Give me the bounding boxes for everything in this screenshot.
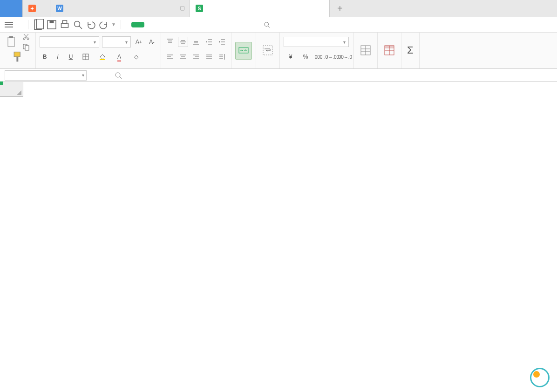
- fill-color-icon[interactable]: [95, 52, 109, 62]
- font-color-icon[interactable]: A: [112, 52, 126, 62]
- align-left-icon[interactable]: [165, 52, 175, 62]
- new-tab-button[interactable]: +: [330, 0, 350, 17]
- save-icon[interactable]: [46, 19, 57, 30]
- select-all-corner[interactable]: [0, 82, 23, 97]
- decrease-indent-icon[interactable]: [204, 37, 214, 47]
- svg-rect-10: [8, 37, 14, 47]
- increase-font-icon[interactable]: A+: [134, 37, 144, 47]
- watermark-logo-icon: [530, 368, 550, 387]
- comma-icon[interactable]: 000: [313, 52, 324, 62]
- svg-line-9: [268, 26, 270, 27]
- paste-button[interactable]: [4, 34, 20, 50]
- align-center-icon[interactable]: [178, 52, 188, 62]
- cond-format-group: [354, 33, 378, 68]
- tab-doc[interactable]: W ▢: [50, 0, 190, 17]
- svg-rect-56: [263, 46, 272, 55]
- menu-search[interactable]: [264, 21, 273, 28]
- svg-point-65: [115, 73, 120, 77]
- svg-rect-1: [37, 19, 44, 29]
- svg-rect-4: [61, 23, 68, 27]
- new-doc-icon[interactable]: [33, 19, 44, 30]
- restore-icon[interactable]: ▢: [180, 5, 185, 11]
- increase-decimal-icon[interactable]: .0→.00: [326, 52, 337, 62]
- sum-button[interactable]: Σ: [405, 42, 415, 59]
- table-style-button[interactable]: [381, 42, 397, 59]
- menu-formula[interactable]: [173, 22, 186, 27]
- svg-rect-11: [9, 36, 13, 38]
- app-tab-bar: ✦ W ▢ S +: [0, 0, 557, 17]
- sum-group: Σ: [401, 33, 420, 68]
- decrease-font-icon[interactable]: A-: [147, 37, 157, 47]
- name-box[interactable]: ▾: [5, 70, 87, 81]
- align-group: [161, 33, 231, 68]
- number-format-select[interactable]: ▾: [284, 37, 349, 47]
- fx-search-icon[interactable]: [115, 72, 122, 79]
- font-select[interactable]: ▾: [40, 36, 99, 47]
- font-size-select[interactable]: ▾: [102, 36, 131, 47]
- font-group: ▾ ▾ A+ A- B I U A ◇: [36, 33, 161, 68]
- print-icon[interactable]: [59, 19, 70, 30]
- number-group: ▾ ¥ % 000 .0→.00 .00→.0: [280, 33, 354, 68]
- svg-rect-18: [14, 52, 20, 57]
- align-right-icon[interactable]: [191, 52, 201, 62]
- chevron-down-icon: ▾: [82, 73, 84, 78]
- merge-center-button[interactable]: [235, 42, 252, 60]
- svg-line-7: [79, 26, 82, 29]
- wrap-text-button[interactable]: [260, 42, 276, 59]
- watermark: [530, 368, 552, 387]
- svg-line-66: [120, 77, 122, 79]
- cond-format-button[interactable]: [358, 42, 374, 59]
- wrap-group: [256, 33, 280, 68]
- redo-icon[interactable]: [98, 19, 109, 30]
- table-style-group: [378, 33, 401, 68]
- border-icon[interactable]: [79, 52, 93, 62]
- ribbon-toolbar: ▾ ▾ A+ A- B I U A ◇: [0, 33, 557, 69]
- currency-icon[interactable]: ¥: [284, 52, 298, 62]
- menu-data[interactable]: [187, 22, 200, 27]
- tab-home[interactable]: [0, 0, 23, 17]
- italic-icon[interactable]: I: [53, 52, 63, 62]
- menu-layout[interactable]: [159, 22, 172, 27]
- merge-group: [231, 33, 256, 68]
- menu-start[interactable]: [131, 22, 144, 27]
- word-icon: W: [56, 5, 63, 12]
- svg-rect-3: [50, 20, 54, 23]
- cut-button[interactable]: [22, 33, 32, 41]
- tab-template[interactable]: ✦: [23, 0, 50, 17]
- menu-dev[interactable]: [229, 22, 242, 27]
- svg-point-6: [75, 21, 80, 27]
- clear-format-icon[interactable]: ◇: [129, 52, 143, 62]
- increase-indent-icon[interactable]: [217, 37, 227, 47]
- format-painter-button[interactable]: [12, 51, 24, 63]
- undo-icon[interactable]: [85, 19, 96, 30]
- bold-icon[interactable]: B: [40, 52, 50, 62]
- svg-point-8: [265, 22, 269, 26]
- hamburger-icon[interactable]: [5, 22, 13, 27]
- align-top-icon[interactable]: [165, 37, 175, 47]
- tab-workbook[interactable]: S: [190, 0, 330, 17]
- formula-bar: ▾: [0, 69, 557, 82]
- menu-review[interactable]: [201, 22, 214, 27]
- svg-rect-5: [63, 20, 67, 23]
- preview-icon[interactable]: [72, 19, 83, 30]
- menu-insert[interactable]: [145, 22, 158, 27]
- svg-rect-23: [100, 59, 105, 60]
- svg-rect-19: [16, 57, 18, 61]
- justify-icon[interactable]: [204, 52, 214, 62]
- menu-view[interactable]: [215, 22, 228, 27]
- underline-icon[interactable]: U: [66, 52, 76, 62]
- align-bottom-icon[interactable]: [191, 37, 201, 47]
- orientation-icon[interactable]: [217, 52, 227, 62]
- align-middle-icon[interactable]: [178, 37, 188, 47]
- menu-special[interactable]: [243, 22, 256, 27]
- template-icon: ✦: [28, 5, 36, 12]
- clipboard-group: [0, 33, 36, 68]
- percent-icon[interactable]: %: [300, 52, 311, 62]
- decrease-decimal-icon[interactable]: .00→.0: [340, 52, 350, 62]
- search-icon: [264, 21, 270, 28]
- sheet-icon: S: [196, 5, 203, 12]
- menu-bar: ▼: [0, 17, 557, 33]
